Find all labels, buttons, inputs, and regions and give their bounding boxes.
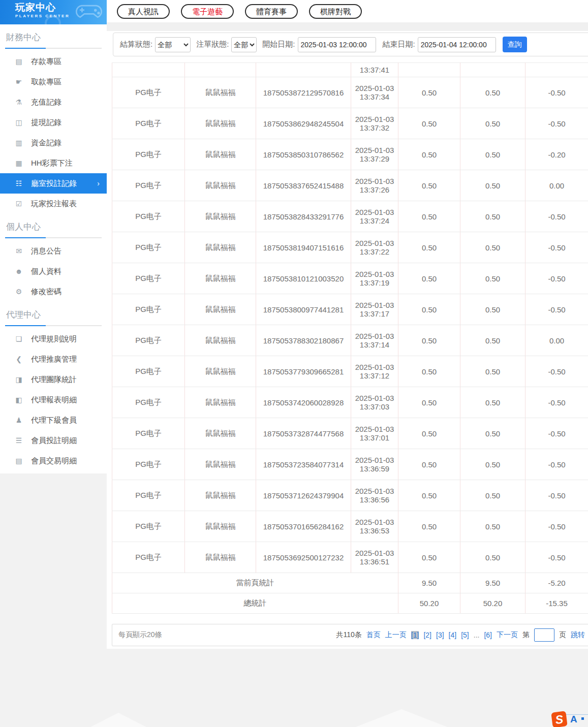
page-summary-label: 當前頁統計 — [112, 573, 398, 593]
cell-time: 2025-01-03 13:37:22 — [351, 232, 398, 263]
password-gear-icon: ⚙ — [14, 288, 23, 296]
cell-order-no: 1875053819407151616 — [256, 232, 351, 263]
cell-bet: 0.50 — [398, 77, 460, 108]
filter-bar: 結算狀態: 全部 注單狀態: 全部 開始日期: 結束日期: 查詢 — [113, 33, 588, 56]
settle-status-select[interactable]: 全部 — [155, 37, 191, 52]
cell-time: 2025-01-03 13:37:17 — [351, 294, 398, 325]
category-tab[interactable]: 體育賽事 — [245, 4, 298, 19]
cell-order-no: 1875053828433291776 — [256, 201, 351, 232]
cell-order-no: 1875053692500127232 — [256, 542, 351, 573]
cell-date-line: 2025-01-03 — [351, 146, 398, 154]
cell-winloss: -0.20 — [525, 139, 588, 170]
sidebar-item[interactable]: ⚗ 充值記錄 › — [0, 92, 107, 112]
sidebar-item[interactable]: ☷ 廳室投註記錄 › — [0, 173, 107, 194]
brand-dot-icon — [581, 717, 584, 720]
cell-winloss: -0.50 — [525, 480, 588, 511]
page-number-link[interactable]: [1] — [411, 631, 419, 639]
sidebar-item[interactable]: ♟ 代理下級會員 › — [0, 410, 107, 430]
category-tab[interactable]: 棋牌對戰 — [309, 4, 362, 19]
agent-team-stats-icon: ◨ — [14, 375, 23, 384]
cell-valid-bet: 0.50 — [460, 170, 525, 201]
cell-bet: 0.50 — [398, 294, 460, 325]
section-underline — [5, 237, 102, 238]
end-date-input[interactable] — [418, 37, 496, 52]
cell-game — [185, 63, 256, 77]
cell-order-no: 1875053723584077314 — [256, 449, 351, 480]
brand-s-logo-icon[interactable]: S — [551, 711, 567, 727]
member-bet-detail-icon: ☰ — [14, 436, 23, 445]
order-status-select[interactable]: 全部 — [231, 37, 257, 52]
sidebar-item[interactable]: ◫ 提現記錄 › — [0, 112, 107, 133]
table-row: PG电子 鼠鼠福福 1875053732874477568 2025-01-03… — [112, 418, 588, 449]
sidebar-item[interactable]: ◨ 代理團隊統計 › — [0, 369, 107, 390]
start-date-input[interactable] — [298, 37, 376, 52]
jump-page-input[interactable] — [534, 628, 554, 642]
cell-order-no: 1875053712624379904 — [256, 480, 351, 511]
cell-date-line: 2025-01-03 — [351, 363, 398, 371]
prev-page-link[interactable]: 上一页 — [385, 630, 407, 640]
page-number-link[interactable]: [5] — [461, 631, 469, 639]
query-button[interactable]: 查詢 — [503, 37, 527, 52]
page-number-link[interactable]: [2] — [423, 631, 431, 639]
table-row: PG电子 鼠鼠福福 1875053850310786562 2025-01-03… — [112, 139, 588, 170]
page-number-link[interactable]: ... — [474, 631, 480, 639]
cell-winloss: -0.50 — [525, 77, 588, 108]
cell-order-no — [256, 63, 351, 77]
sidebar-item[interactable]: ❮ 代理推廣管理 › — [0, 349, 107, 369]
cell-platform: PG电子 — [112, 511, 185, 542]
sidebar-item[interactable]: ✉ 消息公告 › — [0, 241, 107, 261]
cell-date-line: 2025-01-03 — [351, 518, 398, 526]
category-tab[interactable]: 真人視訊 — [117, 4, 170, 19]
first-page-link[interactable]: 首页 — [366, 630, 381, 640]
sidebar-item-label: 代理下級會員 — [31, 416, 77, 425]
page-number-link[interactable]: [3] — [436, 631, 444, 639]
cell-time: 2025-01-03 13:36:51 — [351, 542, 398, 573]
cell-valid-bet: 0.50 — [460, 449, 525, 480]
cell-bet: 0.50 — [398, 480, 460, 511]
cell-bet: 0.50 — [398, 325, 460, 356]
sidebar-item[interactable]: ☻ 個人資料 › — [0, 261, 107, 281]
cell-time-line: 13:37:29 — [351, 154, 398, 163]
room-bet-record-icon: ☷ — [14, 179, 23, 187]
total-count-text: 共110条 — [336, 630, 362, 640]
category-tab[interactable]: 電子遊藝 — [181, 4, 234, 19]
personal-menu: ✉ 消息公告 › ☻ 個人資料 › ⚙ 修改密碼 › — [0, 241, 107, 302]
cell-order-no: 1875053788302180867 — [256, 325, 351, 356]
table-row: PG电子 鼠鼠福福 1875053712624379904 2025-01-03… — [112, 480, 588, 511]
sidebar-header: 玩家中心 PLAYERS CENTER — [0, 0, 107, 24]
end-date-label: 結束日期: — [383, 40, 415, 49]
sidebar-item[interactable]: ☛ 取款專區 › — [0, 72, 107, 92]
cell-platform: PG电子 — [112, 387, 185, 418]
cell-bet: 0.50 — [398, 232, 460, 263]
cell-time-line: 13:37:32 — [351, 123, 398, 132]
cell-platform: PG电子 — [112, 139, 185, 170]
page-number-link[interactable]: [6] — [484, 631, 492, 639]
cell-time: 2025-01-03 13:37:14 — [351, 325, 398, 356]
cell-valid-bet: 0.50 — [460, 387, 525, 418]
table-row: PG电子 鼠鼠福福 1875053701656284162 2025-01-03… — [112, 511, 588, 542]
summary-body: 當前頁統計 9.50 9.50 -5.20 總統計 50.20 50.20 -1… — [112, 573, 588, 614]
sidebar-item[interactable]: ▦ HH彩票下注 › — [0, 153, 107, 173]
cell-time-line: 13:37:22 — [351, 247, 398, 256]
sidebar-item[interactable]: ⚙ 修改密碼 › — [0, 281, 107, 302]
sidebar-item[interactable]: ▥ 資金記錄 › — [0, 133, 107, 153]
sidebar-item-label: HH彩票下注 — [31, 159, 73, 168]
sidebar-item[interactable]: ▤ 存款專區 › — [0, 51, 107, 72]
page-number-links: [1] [2] [3] [4] [5] ... [6] — [411, 631, 492, 639]
jump-action-link[interactable]: 跳转 — [571, 630, 585, 640]
cell-time-line: 13:36:56 — [351, 495, 398, 504]
sidebar-item[interactable]: ▤ 會員交易明細 › — [0, 451, 107, 471]
sidebar-item[interactable]: ☑ 玩家投注報表 › — [0, 194, 107, 214]
sidebar-item-label: 取款專區 — [31, 77, 61, 87]
page-number-link[interactable]: [4] — [449, 631, 457, 639]
sidebar-item[interactable]: ☰ 會員投註明細 › — [0, 430, 107, 451]
cell-valid-bet: 0.50 — [460, 294, 525, 325]
sidebar-item[interactable]: ❏ 代理規則說明 › — [0, 329, 107, 349]
sidebar-item[interactable]: ◧ 代理報表明細 › — [0, 390, 107, 410]
cell-platform: PG电子 — [112, 480, 185, 511]
member-trans-detail-icon: ▤ — [14, 457, 23, 465]
withdraw-hand-icon: ☛ — [14, 78, 23, 86]
cell-platform: PG电子 — [112, 356, 185, 387]
cell-bet: 0.50 — [398, 387, 460, 418]
next-page-link[interactable]: 下一页 — [497, 630, 518, 640]
